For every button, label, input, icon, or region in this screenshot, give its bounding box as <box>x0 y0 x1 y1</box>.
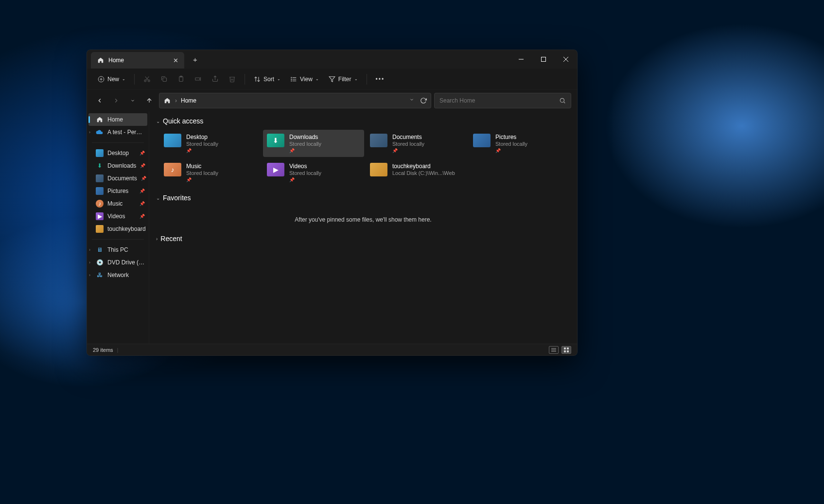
breadcrumb-current[interactable]: Home <box>181 97 196 104</box>
qa-item-videos[interactable]: ▶ Videos Stored locally 📌 <box>263 159 364 186</box>
new-button[interactable]: New ⌄ <box>94 73 129 86</box>
downloads-icon: ⬇ <box>267 134 284 147</box>
svg-point-29 <box>560 98 564 102</box>
qa-item-documents[interactable]: Documents Stored locally 📌 <box>366 130 467 157</box>
videos-icon: ▶ <box>267 163 284 176</box>
breadcrumb-separator: › <box>175 97 177 104</box>
tiles-view-button[interactable] <box>561 346 571 354</box>
rename-button <box>191 72 206 86</box>
svg-rect-34 <box>564 348 566 349</box>
status-bar: 29 items | <box>87 344 577 355</box>
sidebar-item-pictures[interactable]: Pictures 📌 <box>87 185 149 197</box>
svg-line-10 <box>145 77 148 81</box>
sidebar-item-network[interactable]: › 🖧 Network <box>87 269 149 281</box>
qa-item-touchkeyboard[interactable]: touchkeyboard Local Disk (C:)\Win...\Web <box>366 159 467 186</box>
forward-button[interactable] <box>109 94 123 107</box>
tab-home[interactable]: Home ✕ <box>91 52 184 69</box>
sidebar-item-documents[interactable]: Documents 📌 <box>87 172 149 185</box>
pin-icon: 📌 <box>140 214 145 219</box>
section-quick-access[interactable]: ⌄ Quick access <box>156 115 570 130</box>
pin-icon: 📌 <box>289 177 321 182</box>
filter-button[interactable]: Filter ⌄ <box>325 73 362 86</box>
downloads-icon: ⬇ <box>96 162 104 170</box>
qa-item-music[interactable]: ♪ Music Stored locally 📌 <box>160 159 261 186</box>
sidebar-item-desktop[interactable]: Desktop 📌 <box>87 147 149 159</box>
sidebar-item-dvd[interactable]: › 💿 DVD Drive (D:) CCC <box>87 256 149 269</box>
desktop-icon <box>96 149 104 157</box>
sidebar-item-videos[interactable]: ▶ Videos 📌 <box>87 210 149 223</box>
tab-close-icon[interactable]: ✕ <box>173 57 178 64</box>
pin-icon: 📌 <box>140 151 145 156</box>
sort-button[interactable]: Sort ⌄ <box>250 73 284 86</box>
view-button[interactable]: View ⌄ <box>286 73 323 86</box>
sidebar-item-onedrive[interactable]: › A test - Personal <box>87 126 149 139</box>
qa-item-desktop[interactable]: Desktop Stored locally 📌 <box>160 130 261 157</box>
svg-rect-36 <box>564 350 566 352</box>
chevron-right-icon: › <box>89 260 90 265</box>
pin-icon: 📌 <box>186 177 218 182</box>
back-button[interactable] <box>93 94 106 107</box>
quick-access-grid: Desktop Stored locally 📌 ⬇ Downloads Sto… <box>160 130 570 186</box>
search-input[interactable] <box>439 97 559 104</box>
disc-icon: 💿 <box>96 259 104 266</box>
filter-icon <box>329 76 335 83</box>
qa-item-pictures[interactable]: Pictures Stored locally 📌 <box>469 130 570 157</box>
svg-rect-1 <box>542 57 546 62</box>
section-favorites[interactable]: ⌄ Favorites <box>156 192 570 207</box>
copy-button <box>157 72 172 86</box>
chevron-right-icon: › <box>156 236 158 242</box>
separator <box>92 239 144 240</box>
separator <box>134 74 135 85</box>
plus-circle-icon <box>98 76 105 83</box>
qa-item-downloads[interactable]: ⬇ Downloads Stored locally 📌 <box>263 130 364 157</box>
new-tab-button[interactable]: + <box>184 55 206 64</box>
svg-rect-37 <box>567 350 569 352</box>
pin-icon: 📌 <box>289 148 321 153</box>
documents-icon <box>96 174 104 182</box>
view-icon <box>290 76 297 83</box>
pin-icon: 📌 <box>495 148 527 153</box>
sidebar-item-touchkeyboard[interactable]: touchkeyboard <box>87 223 149 235</box>
address-bar[interactable]: › Home <box>159 93 431 108</box>
sort-icon <box>254 76 261 83</box>
command-toolbar: New ⌄ Sort ⌄ View ⌄ Filter ⌄ ••• <box>87 69 577 90</box>
svg-rect-14 <box>195 78 200 80</box>
address-dropdown-icon[interactable] <box>409 97 414 104</box>
more-button[interactable]: ••• <box>372 73 389 86</box>
chevron-right-icon: › <box>89 130 90 135</box>
content-pane: ⌄ Quick access Desktop Stored locally 📌 … <box>149 111 577 344</box>
pin-icon: 📌 <box>186 148 218 153</box>
sidebar: Home › A test - Personal Desktop 📌 ⬇ Dow… <box>87 111 149 344</box>
sidebar-item-music[interactable]: ♪ Music 📌 <box>87 197 149 210</box>
separator <box>245 74 245 85</box>
home-icon <box>97 56 105 64</box>
videos-icon: ▶ <box>96 212 104 220</box>
svg-line-9 <box>146 77 149 81</box>
sidebar-item-home[interactable]: Home <box>88 113 147 126</box>
navigation-bar: › Home <box>87 90 577 111</box>
details-view-button[interactable] <box>549 346 559 354</box>
home-icon <box>163 97 171 104</box>
close-button[interactable] <box>555 52 577 67</box>
item-count: 29 items <box>93 347 113 353</box>
chevron-right-icon: › <box>89 247 90 252</box>
refresh-button[interactable] <box>420 97 427 104</box>
chevron-down-icon: ⌄ <box>316 77 319 81</box>
sidebar-item-thispc[interactable]: › 🖥 This PC <box>87 243 149 256</box>
paste-button <box>174 72 189 86</box>
history-dropdown[interactable] <box>126 94 140 107</box>
svg-rect-35 <box>567 348 569 349</box>
search-box[interactable] <box>434 93 571 108</box>
up-button[interactable] <box>142 94 156 107</box>
minimize-button[interactable] <box>510 52 532 67</box>
chevron-down-icon: ⌄ <box>156 119 160 124</box>
pin-icon: 📌 <box>140 189 145 193</box>
pc-icon: 🖥 <box>96 246 104 254</box>
sidebar-item-downloads[interactable]: ⬇ Downloads 📌 <box>87 159 149 172</box>
cloud-icon <box>96 128 104 136</box>
favorites-empty-message: After you've pinned some files, we'll sh… <box>156 207 570 233</box>
section-recent[interactable]: › Recent <box>156 233 570 247</box>
search-icon[interactable] <box>559 97 566 104</box>
tab-title: Home <box>108 57 124 64</box>
maximize-button[interactable] <box>532 52 555 67</box>
